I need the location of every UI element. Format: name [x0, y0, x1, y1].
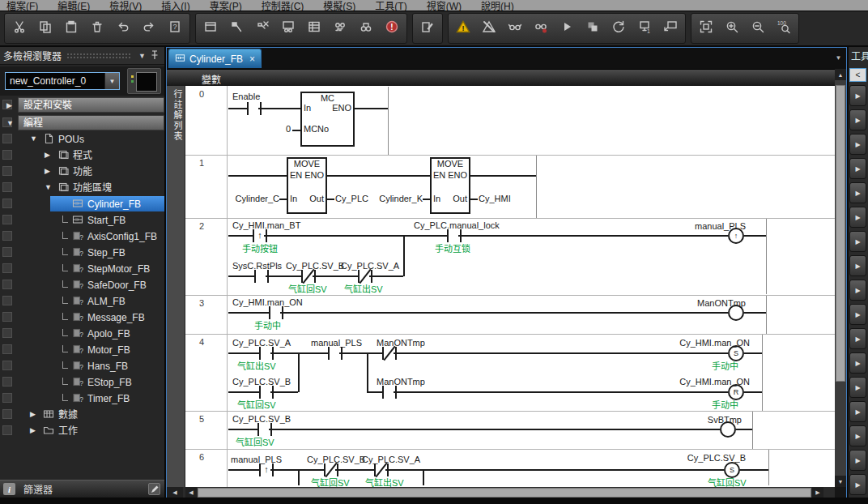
operand-label[interactable]: Enable [232, 92, 260, 102]
operand-label[interactable]: ManONTmp [377, 377, 425, 387]
operand-label[interactable]: Cy_PLC.manual_lock [414, 220, 500, 231]
menu-item-7[interactable]: 模擬(S) [323, 0, 355, 11]
sidebar-item--[interactable]: 工作 [58, 424, 78, 438]
operand-label[interactable]: Cy_PLC.SV_B [687, 453, 746, 463]
operand-label[interactable]: Cylinder_K [379, 194, 423, 204]
operand-label[interactable]: manual_PLS [231, 455, 282, 465]
menu-item-3[interactable]: 檢視(V) [109, 0, 142, 11]
sidebar-item-start-fb[interactable]: Start_FB [87, 213, 126, 228]
operand-label[interactable]: Cy_PLC.SV_B [232, 414, 291, 425]
monitor-button[interactable] [276, 15, 300, 41]
toolbox-expand-button[interactable]: ▶ [849, 85, 866, 106]
clear-warning-button[interactable] [477, 15, 501, 41]
menu-item-10[interactable]: 說明(H) [481, 0, 514, 11]
scroll-down-icon[interactable]: ▼ [835, 476, 846, 487]
differential-monitor-button[interactable] [328, 15, 352, 41]
zoom-fit-button[interactable] [694, 15, 718, 41]
operand-label[interactable]: Cy_HMI [479, 194, 511, 204]
sidebar-item-stepmotor-fb[interactable]: StepMotor_FB [87, 262, 150, 276]
operand-label[interactable]: manual_PLS [311, 338, 362, 348]
troubleshoot-button[interactable]: ! [380, 15, 404, 41]
filter-bar[interactable]: i 篩選器 [0, 480, 164, 498]
operand-label[interactable]: ENO [448, 170, 467, 181]
sidebar-section--[interactable]: 設定和安裝 [18, 97, 164, 113]
sidebar-item--[interactable]: 程式 [73, 148, 92, 163]
operand-label[interactable]: ManONTmp [377, 338, 425, 348]
pin-icon[interactable] [148, 50, 161, 62]
operand-label[interactable]: Out [309, 194, 324, 204]
expand-toolbox-button[interactable]: < [849, 68, 866, 82]
vertical-scrollbar-thumb[interactable] [836, 85, 845, 382]
scroll-right-icon[interactable]: ▶ [812, 487, 823, 498]
copy-button[interactable] [33, 15, 57, 41]
toolbox-expand-button[interactable]: ▶ [849, 158, 866, 179]
rung-number[interactable]: 0 [185, 89, 218, 99]
operand-label[interactable]: In [304, 103, 311, 113]
tab-cylinder-fb[interactable]: Cylinder_FB × [168, 49, 262, 68]
chevron-expanded-icon[interactable]: ▼ [6, 118, 14, 128]
toolbox-expand-button[interactable]: ▶ [849, 280, 866, 301]
operand-label[interactable]: EN [433, 170, 445, 181]
operand-label[interactable]: ENO [304, 170, 324, 181]
rung-number[interactable]: 1 [185, 158, 218, 168]
cut-button[interactable] [7, 15, 32, 41]
variables-header[interactable]: 變數 [167, 69, 835, 86]
toolbox-expand-button[interactable]: ▶ [849, 425, 866, 446]
sidebar-item-pous[interactable]: POUs [58, 132, 84, 147]
toolbox-expand-button[interactable]: ▶ [849, 231, 866, 252]
menu-item-1[interactable]: 檔案(F) [6, 0, 38, 11]
chevron-collapsed-icon[interactable]: ▶ [6, 100, 12, 110]
zoom-100-button[interactable]: 100 [772, 15, 796, 41]
operand-label[interactable]: Cy_PLC.SV_B [232, 377, 291, 387]
chevron-down-icon[interactable]: ▼ [136, 52, 148, 60]
operand-label[interactable]: Cy_HMI.man_ON [679, 377, 750, 387]
help-document-button[interactable]: ? [163, 15, 187, 41]
edit-variable-button[interactable] [415, 15, 440, 41]
operand-label[interactable]: manual_PLS [695, 221, 746, 232]
vertical-scrollbar[interactable]: ▲ ▼ [835, 69, 846, 487]
paste-button[interactable] [59, 15, 83, 41]
operand-label[interactable]: Cy_PLC.SV_A [232, 338, 291, 348]
menu-item-2[interactable]: 編輯(E) [57, 0, 90, 11]
toolbox-expand-button[interactable]: ▶ [849, 304, 866, 325]
sidebar-section--[interactable]: 編程 [18, 115, 164, 130]
rung-number[interactable]: 4 [185, 337, 218, 347]
scroll-up-icon[interactable]: ▲ [835, 69, 846, 80]
operand-label[interactable]: Cy_HMI.man_ON [679, 338, 750, 348]
chevron-collapsed-icon[interactable]: ▶ [45, 166, 50, 176]
toolbox-expand-button[interactable]: ▶ [849, 352, 866, 374]
menu-item-5[interactable]: 專案(P) [210, 0, 242, 11]
operand-label[interactable]: SvBTmp [708, 415, 742, 425]
chevron-collapsed-icon[interactable]: ▶ [30, 425, 36, 435]
operand-label[interactable]: Cy_PLC.SV_A [341, 261, 399, 271]
sidebar-item-alm-fb[interactable]: ALM_FB [87, 294, 126, 309]
operand-label[interactable]: Out [453, 194, 467, 204]
sidebar-item--[interactable]: 數據 [58, 408, 78, 422]
abort-build-button[interactable] [250, 15, 274, 41]
toolbox-expand-button[interactable]: ▶ [849, 450, 866, 471]
sidebar-item-safedoor-fb[interactable]: SafeDoor_FB [87, 278, 147, 293]
drag-grip[interactable] [66, 53, 131, 59]
rung-number[interactable]: 6 [185, 452, 218, 462]
operand-label[interactable]: Cylinder_C [236, 194, 279, 204]
menu-item-4[interactable]: 插入(I) [161, 0, 189, 11]
operand-label[interactable]: Cy_HMI.man_ON [232, 297, 303, 308]
rung-number[interactable]: 3 [185, 298, 218, 308]
operand-label[interactable]: Cy_PLC.SV_A [362, 455, 420, 465]
rung-number[interactable]: 5 [185, 414, 218, 424]
operand-label[interactable]: Cy_PLC.SV_B [307, 455, 365, 465]
toolbox-expand-button[interactable]: ▶ [849, 377, 866, 398]
toolbox-expand-button[interactable]: ▶ [849, 134, 866, 155]
synchronize-button[interactable] [606, 15, 631, 41]
zoom-in-button[interactable] [720, 15, 744, 41]
toolbox-expand-button[interactable]: ▶ [849, 474, 866, 495]
warning-button[interactable]: ! [451, 15, 475, 41]
pane-left-icon[interactable]: ◀ [167, 487, 183, 498]
operand-label[interactable]: Cy_HMI.man_BT [232, 220, 300, 231]
operand-label[interactable]: Cy_PLC.SV_B [286, 261, 344, 271]
transfer-button[interactable] [581, 15, 605, 41]
build-button[interactable] [224, 15, 249, 41]
redo-button[interactable] [137, 15, 161, 41]
controller-monitor-button[interactable]: 1 [632, 15, 657, 41]
edit-filter-icon[interactable] [148, 483, 160, 495]
